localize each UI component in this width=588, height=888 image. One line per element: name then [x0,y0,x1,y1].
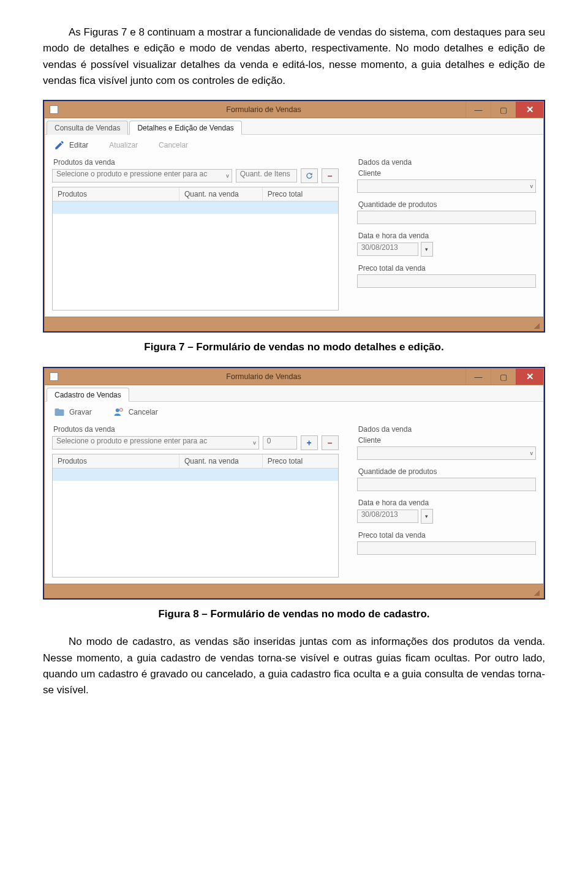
paragraph-2: No modo de cadastro, as vendas são inser… [43,634,545,698]
grid-empty-area [53,214,338,309]
tab-cadastro[interactable]: Cadastro de Vendas [47,388,129,402]
sale-data-column: Dados da venda Cliente Quantidade de pro… [357,156,536,310]
statusbar [45,584,543,598]
sale-data-column: Dados da venda Cliente Quantidade de pro… [357,423,536,578]
tabstrip: Consulta de Vendas Detalhes e Edição de … [45,118,543,135]
col-price: Preco total [263,187,338,201]
sale-data-section-label: Dados da venda [358,158,536,167]
app-window: Formulario de Vendas — ▢ ✕ Consulta de V… [44,101,544,331]
qty-input[interactable]: 0 [263,436,297,450]
titlebar: Formulario de Vendas — ▢ ✕ [45,102,543,118]
total-input[interactable] [357,541,536,555]
gravar-label: Gravar [69,408,92,416]
client-label: Cliente [358,169,536,178]
sale-data-section-label: Dados da venda [358,425,536,434]
refresh-icon-button[interactable] [301,168,318,183]
add-product-button[interactable]: + [301,435,318,450]
col-qty: Quant. na venda [179,454,263,468]
date-input[interactable]: 30/08/2013 [357,510,418,523]
figure-7-window: Formulario de Vendas — ▢ ✕ Consulta de V… [43,100,545,333]
toolbar: Editar Atualizar Cancelar [45,135,543,156]
editar-label: Editar [69,141,88,149]
pencil-icon [53,140,66,151]
datetime-label: Data e hora da venda [358,499,536,507]
window-icon [50,105,58,114]
close-button[interactable]: ✕ [516,369,543,385]
maximize-button[interactable]: ▢ [491,102,516,118]
tabstrip: Cadastro de Vendas [45,385,543,402]
grid-selected-row[interactable] [53,201,338,214]
date-picker-button[interactable]: ▾ [421,242,433,257]
date-input[interactable]: 30/08/2013 [357,243,418,256]
remove-product-button[interactable]: – [322,435,339,450]
statusbar [45,317,543,331]
remove-product-button[interactable]: – [322,168,339,183]
products-grid[interactable]: Produtos Quant. na venda Preco total [52,454,339,578]
system-buttons: — ▢ ✕ [466,369,543,385]
cancelar-label: Cancelar [159,141,188,149]
col-qty: Quant. na venda [179,187,263,201]
product-select[interactable]: Selecione o produto e pressione enter pa… [52,436,259,450]
system-buttons: — ▢ ✕ [466,102,543,118]
resize-grip-icon[interactable] [530,319,540,329]
date-picker-button[interactable]: ▾ [421,509,433,524]
window-title: Formulario de Vendas [62,105,466,114]
grid-header: Produtos Quant. na venda Preco total [53,187,338,201]
datetime-label: Data e hora da venda [358,231,536,240]
window-icon [50,372,58,381]
cancelar-button[interactable]: Cancelar [113,407,158,418]
qty-products-label: Quantidade de produtos [358,200,536,209]
gravar-button[interactable]: Gravar [53,407,92,418]
qty-products-label: Quantidade de produtos [358,467,536,476]
minimize-button[interactable]: — [466,369,491,385]
figure-7-caption: Figura 7 – Formulário de vendas no modo … [43,341,545,353]
products-section-label: Produtos da venda [53,425,339,434]
products-column: Produtos da venda Selecione o produto e … [52,423,339,578]
close-button[interactable]: ✕ [516,102,543,118]
window-title: Formulario de Vendas [62,372,466,381]
products-section-label: Produtos da venda [53,158,339,167]
total-input[interactable] [357,274,536,288]
products-column: Produtos da venda Selecione o produto e … [52,156,339,310]
app-window: Formulario de Vendas — ▢ ✕ Cadastro de V… [44,368,544,598]
figure-8-window: Formulario de Vendas — ▢ ✕ Cadastro de V… [43,367,545,600]
cancelar-button[interactable]: Cancelar [159,141,188,149]
folder-icon [53,407,66,418]
paragraph-1: As Figuras 7 e 8 continuam a mostrar a f… [43,24,545,89]
grid-header: Produtos Quant. na venda Preco total [53,454,338,468]
grid-empty-area [53,481,338,576]
atualizar-label: Atualizar [109,141,138,149]
atualizar-button[interactable]: Atualizar [109,141,138,149]
client-label: Cliente [358,436,536,445]
col-products: Produtos [53,187,179,201]
products-grid[interactable]: Produtos Quant. na venda Preco total [52,187,339,310]
qty-products-input[interactable] [357,211,536,224]
client-select[interactable] [357,179,536,193]
figure-8-caption: Figura 8 – Formulário de vendas no modo … [43,608,545,620]
toolbar: Gravar Cancelar [45,402,543,423]
form-body: Produtos da venda Selecione o produto e … [45,156,543,317]
maximize-button[interactable]: ▢ [491,369,516,385]
total-label: Preco total da venda [358,531,536,540]
col-products: Produtos [53,454,179,468]
qty-input[interactable]: Quant. de Itens [236,169,297,182]
tab-detalhes[interactable]: Detalhes e Edição de Vendas [129,121,241,135]
product-select[interactable]: Selecione o produto e pressione enter pa… [52,169,232,182]
grid-selected-row[interactable] [53,468,338,481]
editar-button[interactable]: Editar [53,140,88,151]
minimize-button[interactable]: — [466,102,491,118]
total-label: Preco total da venda [358,264,536,273]
qty-products-input[interactable] [357,478,536,491]
form-body: Produtos da venda Selecione o produto e … [45,423,543,584]
svg-point-0 [115,408,119,412]
col-price: Preco total [263,454,338,468]
user-cancel-icon [113,407,125,418]
titlebar: Formulario de Vendas — ▢ ✕ [45,369,543,385]
cancelar-label: Cancelar [129,408,158,416]
tab-consulta[interactable]: Consulta de Vendas [47,121,128,135]
client-select[interactable] [357,446,536,460]
resize-grip-icon[interactable] [530,586,540,596]
